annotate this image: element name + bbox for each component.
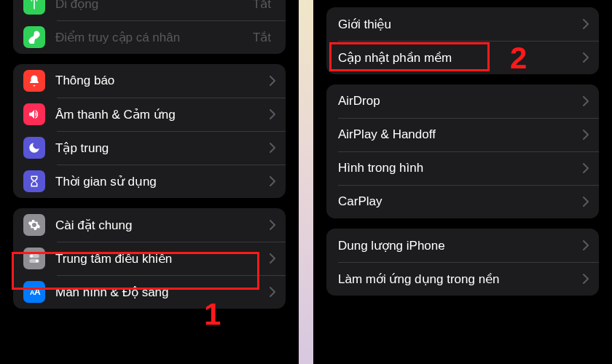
- software-update-label: Cập nhật phần mềm: [337, 50, 583, 66]
- bell-icon: [23, 70, 45, 92]
- row-screentime[interactable]: Thời gian sử dụng: [13, 165, 286, 198]
- row-focus[interactable]: Tập trung: [13, 131, 286, 165]
- group-network: Di động Tắt Điểm truy cập cá nhân Tắt: [13, 0, 286, 54]
- chevron-right-icon: [583, 274, 589, 284]
- row-software-update[interactable]: Cập nhật phần mềm: [326, 41, 599, 74]
- svg-point-1: [30, 255, 33, 258]
- chevron-right-icon: [270, 109, 275, 119]
- row-airdrop[interactable]: AirDrop: [326, 84, 599, 118]
- row-notifications[interactable]: Thông báo: [13, 64, 286, 98]
- mobile-value: Tắt: [253, 0, 271, 12]
- chevron-right-icon: [583, 163, 589, 173]
- control-center-label: Trung tâm điều khiển: [55, 251, 270, 266]
- carplay-label: CarPlay: [337, 194, 583, 209]
- background-refresh-label: Làm mới ứng dụng trong nền: [337, 272, 583, 287]
- focus-label: Tập trung: [55, 141, 270, 156]
- text-size-icon: AA: [23, 281, 45, 303]
- chevron-right-icon: [270, 220, 275, 230]
- row-hotspot[interactable]: Điểm truy cập cá nhân Tắt: [13, 20, 286, 54]
- group-about: Giới thiệu Cập nhật phần mềm: [326, 7, 599, 74]
- row-sounds[interactable]: Âm thanh & Cảm ứng: [13, 98, 286, 131]
- chevron-right-icon: [583, 19, 589, 29]
- group-general: Cài đặt chung Trung tâm điều khiển AA Mà…: [13, 208, 286, 309]
- gear-icon: [23, 214, 45, 236]
- screentime-label: Thời gian sử dụng: [55, 174, 270, 189]
- group-personal: Thông báo Âm thanh & Cảm ứng Tập trung T…: [13, 64, 286, 198]
- group-airdrop: AirDrop AirPlay & Handoff Hình trong hìn…: [326, 84, 599, 218]
- svg-point-3: [36, 260, 39, 263]
- chevron-right-icon: [270, 76, 275, 86]
- settings-right-panel: Giới thiệu Cập nhật phần mềm AirDrop Air…: [313, 0, 612, 364]
- hourglass-icon: [23, 170, 45, 192]
- display-label: Màn hình & Độ sáng: [55, 285, 270, 300]
- row-general[interactable]: Cài đặt chung: [13, 208, 286, 242]
- chevron-right-icon: [583, 96, 589, 106]
- airdrop-label: AirDrop: [337, 94, 583, 108]
- about-label: Giới thiệu: [337, 17, 583, 32]
- hotspot-value: Tắt: [253, 30, 271, 45]
- row-carplay[interactable]: CarPlay: [326, 185, 599, 218]
- row-mobile[interactable]: Di động Tắt: [13, 0, 286, 20]
- mobile-label: Di động: [55, 0, 253, 12]
- general-label: Cài đặt chung: [55, 218, 270, 233]
- row-background-refresh[interactable]: Làm mới ứng dụng trong nền: [326, 262, 599, 296]
- switches-icon: [23, 248, 45, 269]
- row-airplay[interactable]: AirPlay & Handoff: [326, 118, 599, 151]
- chevron-right-icon: [270, 143, 275, 153]
- svg-text:A: A: [34, 287, 41, 297]
- notifications-label: Thông báo: [55, 74, 270, 88]
- chevron-right-icon: [270, 253, 275, 264]
- chevron-right-icon: [583, 240, 589, 250]
- pip-label: Hình trong hình: [337, 161, 583, 175]
- row-storage[interactable]: Dung lượng iPhone: [326, 229, 599, 262]
- storage-label: Dung lượng iPhone: [337, 238, 583, 253]
- chevron-right-icon: [270, 287, 275, 297]
- speaker-icon: [23, 103, 45, 125]
- row-display[interactable]: AA Màn hình & Độ sáng: [13, 275, 286, 309]
- chevron-right-icon: [583, 130, 589, 140]
- antenna-icon: [23, 0, 45, 15]
- hotspot-label: Điểm truy cập cá nhân: [55, 30, 253, 45]
- settings-left-panel: Di động Tắt Điểm truy cập cá nhân Tắt Th…: [0, 0, 299, 364]
- moon-icon: [23, 137, 45, 159]
- chevron-right-icon: [583, 52, 589, 63]
- sounds-label: Âm thanh & Cảm ứng: [55, 107, 270, 122]
- row-control-center[interactable]: Trung tâm điều khiển: [13, 242, 286, 275]
- row-pip[interactable]: Hình trong hình: [326, 151, 599, 185]
- link-icon: [23, 26, 45, 48]
- group-storage: Dung lượng iPhone Làm mới ứng dụng trong…: [326, 229, 599, 296]
- chevron-right-icon: [583, 197, 589, 207]
- airplay-label: AirPlay & Handoff: [337, 127, 583, 142]
- chevron-right-icon: [270, 176, 275, 186]
- row-about[interactable]: Giới thiệu: [326, 7, 599, 41]
